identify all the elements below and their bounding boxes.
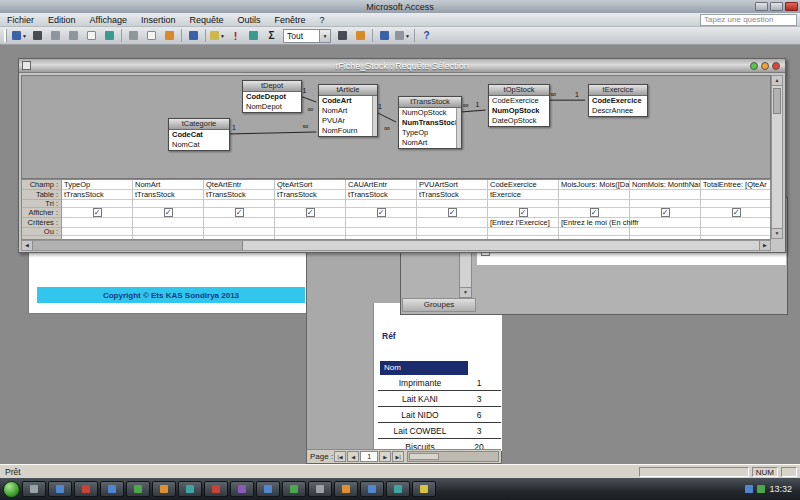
criteres-cell[interactable]: [Entrez l'Exercice] [488,218,558,228]
table-cell[interactable] [701,190,771,200]
table-field[interactable]: DateOpStock [489,116,549,126]
table-cell[interactable] [559,190,629,200]
table-box-tdepot[interactable]: tDepot CodeDepot NomDepot [242,80,302,113]
taskbar-button[interactable] [308,481,332,497]
new-object-button[interactable]: ▼ [394,28,411,43]
ou-cell[interactable] [275,228,345,236]
table-title[interactable]: tTransStock [399,97,461,108]
ask-question-input[interactable]: Tapez une question [700,14,797,26]
minimize-dot-button[interactable] [750,62,758,70]
restore-dot-button[interactable] [761,62,769,70]
tri-cell[interactable] [630,200,700,208]
tri-cell[interactable] [417,200,487,208]
champ-cell[interactable]: CodeExercice [488,180,558,190]
champ-cell[interactable]: TypeOp [62,180,132,190]
help-icon[interactable] [418,28,435,43]
table-field[interactable]: CodeExercice [589,96,647,106]
afficher-cell[interactable] [133,208,203,218]
taskbar-button[interactable] [412,481,436,497]
ou-cell[interactable] [346,228,416,236]
afficher-checkbox[interactable] [732,208,741,217]
table-field[interactable]: CodeArt [319,96,377,106]
champ-cell[interactable]: MoisJours: Mois([Da [559,180,629,190]
previous-page-button[interactable] [347,451,359,462]
table-scrollbar[interactable] [456,108,461,148]
ou-cell[interactable] [630,228,700,236]
table-box-ttransstock[interactable]: tTransStock NumOpStock NumTransStock Typ… [398,96,462,149]
next-page-button[interactable] [379,451,391,462]
tray-icon[interactable] [757,485,765,493]
champ-cell[interactable]: NomMois: MonthNam [630,180,700,190]
table-box-tcategorie[interactable]: tCategorie CodeCat NomCat [168,118,230,151]
champ-cell[interactable]: CAUArtEntr [346,180,416,190]
taskbar-button[interactable] [386,481,410,497]
afficher-checkbox[interactable] [377,208,386,217]
champ-cell[interactable]: NomArt [133,180,203,190]
table-field[interactable]: NomCat [169,140,229,150]
tri-cell[interactable] [133,200,203,208]
print-icon[interactable] [65,28,82,43]
close-button[interactable] [785,2,798,11]
show-table-icon[interactable] [245,28,262,43]
champ-cell[interactable]: TotalEntree: [QteAr [701,180,771,190]
scrollbar-thumb[interactable] [409,453,439,460]
table-field[interactable]: PVUAr [319,116,377,126]
print-preview-icon[interactable] [83,28,100,43]
afficher-cell[interactable] [630,208,700,218]
ou-cell[interactable] [417,228,487,236]
criteres-cell[interactable] [701,218,771,228]
first-page-button[interactable] [334,451,346,462]
afficher-checkbox[interactable] [590,208,599,217]
afficher-cell[interactable] [701,208,771,218]
build-icon[interactable] [352,28,369,43]
table-box-tarticle[interactable]: tArticle CodeArt NomArt PVUAr NomFourn [318,84,378,137]
table-title[interactable]: tOpStock [489,85,549,96]
afficher-checkbox[interactable] [235,208,244,217]
table-field[interactable]: DescrAnnee [589,106,647,116]
clock[interactable]: 13:32 [769,484,792,494]
afficher-cell[interactable] [62,208,132,218]
search-icon[interactable] [47,28,64,43]
taskbar-button[interactable] [74,481,98,497]
table-cell[interactable]: tTransStock [275,190,345,200]
spelling-icon[interactable] [101,28,118,43]
table-cell[interactable]: tTransStock [417,190,487,200]
table-field[interactable]: NomArt [399,138,461,148]
table-cell[interactable]: tTransStock [133,190,203,200]
table-field[interactable]: NumOpStock [399,108,461,118]
champ-cell[interactable]: PVUArtSort [417,180,487,190]
toolbar-grip[interactable] [4,29,7,42]
taskbar-button[interactable] [152,481,176,497]
totals-icon[interactable] [263,28,280,43]
save-icon[interactable] [29,28,46,43]
scroll-left-icon[interactable] [22,241,33,250]
criteres-cell[interactable] [417,218,487,228]
afficher-checkbox[interactable] [164,208,173,217]
vertical-scrollbar[interactable] [771,75,783,239]
scroll-right-icon[interactable] [759,241,770,250]
criteres-cell[interactable] [204,218,274,228]
taskbar-button[interactable] [360,481,384,497]
current-page-box[interactable]: 1 [360,451,378,462]
table-cell[interactable]: tTransStock [346,190,416,200]
table-title[interactable]: tDepot [243,81,301,92]
table-scrollbar[interactable] [372,96,377,136]
menu-outils[interactable]: Outils [230,13,267,26]
last-page-button[interactable] [392,451,404,462]
scrollbar-thumb[interactable] [773,88,781,114]
table-box-topstock[interactable]: tOpStock CodeExercice NumOpStock DateOpS… [488,84,550,127]
tri-cell[interactable] [346,200,416,208]
taskbar-button[interactable] [100,481,124,497]
table-field[interactable]: NumTransStock [399,118,461,128]
criteres-cell[interactable] [133,218,203,228]
afficher-checkbox[interactable] [519,208,528,217]
horizontal-scrollbar[interactable] [407,451,499,462]
chevron-down-icon[interactable]: ▼ [319,30,330,42]
table-cell[interactable]: tTransStock [62,190,132,200]
table-field[interactable]: NumOpStock [489,106,549,116]
app-titlebar[interactable]: Microsoft Access [0,0,800,13]
tri-cell[interactable] [62,200,132,208]
table-cell[interactable]: tTransStock [204,190,274,200]
tri-cell[interactable] [275,200,345,208]
taskbar-button[interactable] [334,481,358,497]
